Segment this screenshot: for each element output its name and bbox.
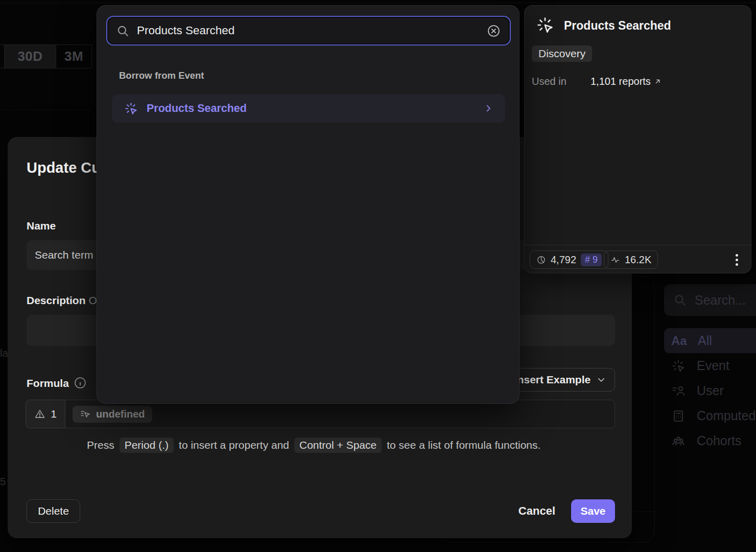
used-in-label: Used in bbox=[532, 76, 566, 87]
date-range-selector: D 30D 3M bbox=[0, 44, 92, 68]
insert-example-button[interactable]: Insert Example bbox=[505, 368, 615, 392]
stat-value: 4,792 bbox=[551, 254, 576, 266]
category-tag: Discovery bbox=[532, 45, 592, 62]
external-arrow-icon bbox=[654, 78, 662, 85]
cursor-click-icon bbox=[536, 16, 554, 34]
user-list-icon bbox=[671, 384, 686, 398]
formula-error-gutter: 1 bbox=[26, 400, 65, 428]
filter-label: Computed bbox=[697, 408, 755, 423]
event-result-row[interactable]: Products Searched bbox=[112, 94, 505, 123]
property-search-input[interactable]: Search... bbox=[664, 284, 756, 316]
range-30d-button[interactable]: 30D bbox=[5, 45, 56, 68]
filter-cohorts[interactable]: Cohorts bbox=[664, 428, 756, 453]
property-chip[interactable]: undefined bbox=[73, 406, 152, 423]
range-d-button[interactable]: D bbox=[0, 45, 5, 68]
cohorts-icon bbox=[671, 434, 686, 448]
activity-icon bbox=[610, 255, 620, 265]
used-in-reports-link[interactable]: 1,101 reports bbox=[590, 76, 662, 87]
filter-label: Cohorts bbox=[697, 433, 742, 448]
event-result-label: Products Searched bbox=[147, 102, 475, 115]
search-icon bbox=[673, 293, 687, 307]
event-property-icon bbox=[80, 408, 91, 420]
save-button[interactable]: Save bbox=[571, 499, 615, 523]
formula-editor: 1 undefined bbox=[26, 400, 615, 428]
formula-label: Formula bbox=[27, 377, 69, 389]
modal-title: Update Cu bbox=[27, 159, 101, 176]
search-placeholder: Search... bbox=[695, 293, 746, 308]
property-picker-sidebar: Search... Aa All Event User bbox=[655, 275, 756, 552]
event-title: Products Searched bbox=[564, 19, 671, 33]
app-root: D 30D 3M lay 5 Search... Aa bbox=[0, 0, 756, 552]
cursor-click-icon bbox=[124, 102, 138, 116]
chart-axis-fragment: 5 bbox=[0, 476, 6, 488]
divider bbox=[0, 110, 92, 110]
filter-all[interactable]: Aa All bbox=[664, 328, 756, 353]
event-count-stat[interactable]: 4,792 # 9 bbox=[530, 250, 608, 269]
range-30d-label: 30D bbox=[17, 49, 42, 64]
kbd-control-space: Control + Space bbox=[294, 438, 382, 453]
borrow-from-event-heading: Borrow from Event bbox=[119, 70, 204, 81]
kbd-period: Period (.) bbox=[120, 438, 174, 453]
error-count: 1 bbox=[51, 408, 57, 420]
cursor-click-icon bbox=[671, 359, 686, 373]
name-label: Name bbox=[27, 220, 56, 232]
chevron-right-icon bbox=[484, 104, 493, 113]
calculator-icon bbox=[671, 409, 686, 423]
stat-value: 16.2K bbox=[625, 254, 651, 266]
formula-hint: Press Period (.) to insert a property an… bbox=[87, 438, 540, 453]
cancel-button[interactable]: Cancel bbox=[518, 499, 555, 523]
filter-event[interactable]: Event bbox=[664, 353, 756, 378]
pie-chart-icon bbox=[536, 255, 546, 265]
range-3m-button[interactable]: 3M bbox=[56, 45, 92, 68]
range-3m-label: 3M bbox=[64, 49, 83, 64]
event-search-box[interactable] bbox=[106, 16, 511, 45]
description-label: Description O bbox=[27, 294, 97, 307]
search-icon bbox=[116, 25, 129, 37]
formula-input[interactable]: undefined bbox=[65, 400, 615, 428]
event-search-dropdown: Borrow from Event Products Searched bbox=[97, 5, 519, 404]
optional-hint: O bbox=[88, 294, 97, 306]
chevron-down-icon bbox=[597, 375, 606, 384]
filter-label: Event bbox=[697, 358, 729, 373]
text-format-icon: Aa bbox=[671, 334, 687, 348]
filter-user[interactable]: User bbox=[664, 378, 756, 403]
divider bbox=[0, 3, 756, 3]
event-stats-footer: 4,792 # 9 16.2K bbox=[525, 245, 751, 274]
modal-footer: Delete Cancel Save bbox=[8, 492, 632, 538]
event-details-popover: Products Searched Discovery Used in 1,10… bbox=[524, 5, 751, 273]
filter-label: User bbox=[697, 383, 724, 398]
more-options-button[interactable] bbox=[728, 251, 745, 268]
warning-icon bbox=[34, 408, 45, 420]
clear-search-icon[interactable] bbox=[487, 24, 501, 38]
rank-badge: # 9 bbox=[581, 254, 602, 266]
filter-label: All bbox=[698, 333, 712, 348]
volume-stat[interactable]: 16.2K bbox=[604, 250, 658, 269]
filter-computed[interactable]: Computed bbox=[664, 403, 756, 428]
filter-list: Aa All Event User bbox=[664, 328, 756, 453]
name-value: Search term bbox=[35, 249, 93, 261]
event-search-input[interactable] bbox=[137, 24, 479, 37]
delete-button[interactable]: Delete bbox=[27, 499, 80, 523]
info-icon[interactable] bbox=[74, 376, 87, 389]
